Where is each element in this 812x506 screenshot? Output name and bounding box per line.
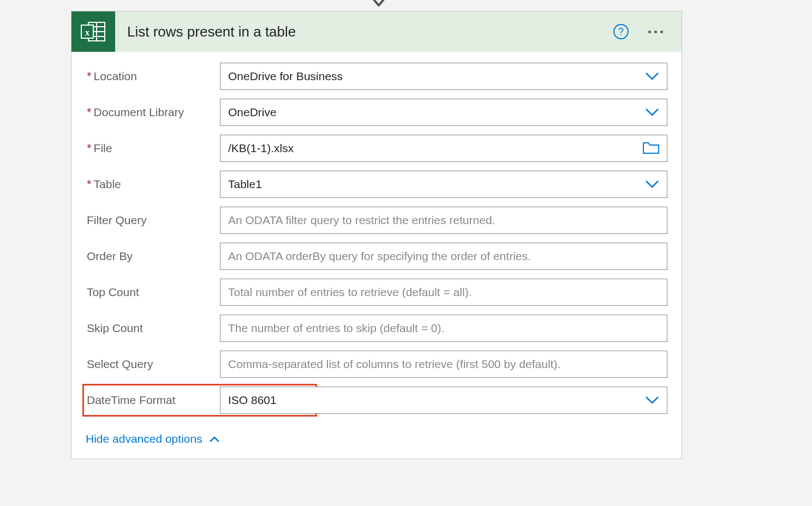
chevron-down-icon [640,180,659,189]
field-file: * File /KB(1-1).xlsx [86,135,667,162]
required-indicator: * [87,142,92,154]
field-label: * File [86,142,220,155]
label-text: Top Count [87,286,139,299]
library-dropdown[interactable]: OneDrive [220,99,667,126]
field-label: Select Query [86,358,220,371]
field-label: Order By [86,250,220,263]
chevron-up-icon [209,432,220,445]
action-card: x List rows present in a table ? * Locat… [71,11,682,459]
dropdown-value: OneDrive for Business [228,70,640,83]
field-label: * Table [86,178,220,191]
order-by-input[interactable] [228,243,659,269]
required-indicator: * [87,70,92,82]
file-value: /KB(1-1).xlsx [228,142,637,155]
excel-icon: x [71,11,115,52]
field-top-count: Top Count [86,279,667,306]
more-menu-icon[interactable] [645,27,666,37]
label-text: Location [94,70,137,83]
filter-query-input-wrap [220,207,667,234]
field-label: Top Count [86,286,220,299]
svg-text:x: x [85,28,89,37]
select-query-input[interactable] [228,351,659,377]
top-count-input-wrap [220,279,667,306]
label-text: Select Query [87,358,153,371]
datetime-format-dropdown[interactable]: ISO 8601 [220,387,667,414]
field-select-query: Select Query [86,351,667,378]
chevron-down-icon [640,72,659,81]
label-text: File [94,142,112,155]
required-indicator: * [87,178,92,190]
card-header[interactable]: x List rows present in a table ? [71,11,682,52]
dropdown-value: OneDrive [228,106,640,119]
hide-advanced-options-toggle[interactable]: Hide advanced options [86,423,220,453]
label-text: Table [94,178,121,191]
card-title: List rows present in a table [115,23,613,40]
location-dropdown[interactable]: OneDrive for Business [220,63,667,90]
label-text: Document Library [94,106,184,119]
field-skip-count: Skip Count [86,315,667,342]
table-dropdown[interactable]: Table1 [220,171,667,198]
label-text: DateTime Format [87,394,176,407]
file-picker[interactable]: /KB(1-1).xlsx [220,135,667,162]
field-filter-query: Filter Query [86,207,667,234]
filter-query-input[interactable] [228,207,659,233]
field-label: Skip Count [86,322,220,335]
label-text: Filter Query [87,214,147,227]
skip-count-input[interactable] [228,315,659,341]
field-label: * Location [86,70,220,83]
order-by-input-wrap [220,243,667,270]
label-text: Order By [87,250,133,263]
chevron-down-icon [640,108,659,117]
field-table: * Table Table1 [86,171,667,198]
field-label: DateTime Format [86,394,220,407]
skip-count-input-wrap [220,315,667,342]
dropdown-value: ISO 8601 [228,394,640,407]
chevron-down-icon [640,396,659,405]
field-datetime-format: DateTime Format ISO 8601 [86,387,667,414]
dropdown-value: Table1 [228,178,640,191]
label-text: Skip Count [87,322,143,335]
flow-arrow-down-icon [371,0,386,13]
top-count-input[interactable] [228,279,659,305]
field-location: * Location OneDrive for Business [86,63,667,90]
required-indicator: * [87,106,92,118]
field-document-library: * Document Library OneDrive [86,99,667,126]
help-icon[interactable]: ? [613,24,629,39]
toggle-label: Hide advanced options [86,432,202,445]
field-label: * Document Library [86,106,220,119]
select-query-input-wrap [220,351,667,378]
field-order-by: Order By [86,243,667,270]
field-label: Filter Query [86,214,220,227]
folder-icon[interactable] [637,142,659,154]
